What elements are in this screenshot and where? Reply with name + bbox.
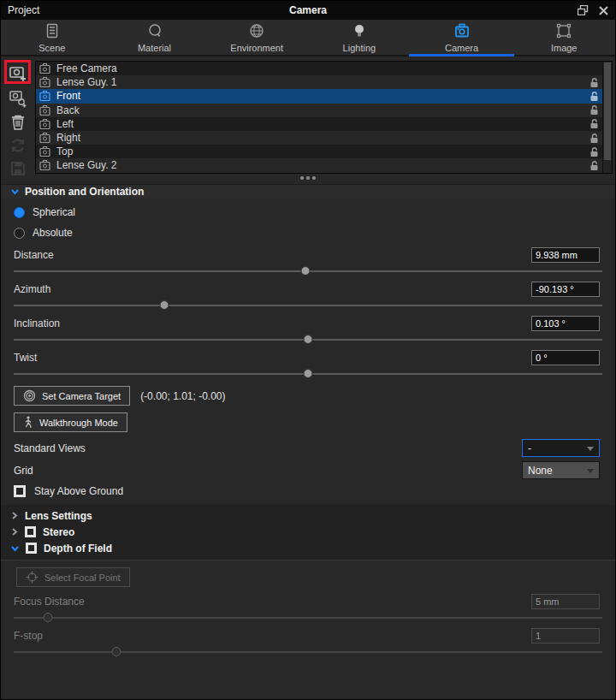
slider-group-focus-distance: Focus Distance 5 mm — [1, 594, 615, 623]
camera-row-front[interactable]: Front — [36, 89, 612, 103]
slider-handle[interactable] — [304, 369, 313, 378]
checkbox-label: Stay Above Ground — [34, 485, 123, 497]
camera-row-lense-guy-1[interactable]: Lense Guy. 1 — [36, 75, 612, 89]
focus-distance-slider[interactable] — [14, 612, 602, 623]
camera-row-back[interactable]: Back — [36, 104, 612, 117]
slider-handle[interactable] — [300, 266, 310, 276]
standard-views-dropdown[interactable]: - — [522, 439, 600, 457]
unlock-icon[interactable] — [589, 91, 599, 102]
unlock-icon[interactable] — [589, 133, 599, 144]
section-stereo[interactable]: Stereo — [1, 524, 615, 540]
tab-camera[interactable]: Camera — [411, 20, 513, 55]
depth-of-field-checkbox[interactable] — [26, 543, 37, 554]
section-position-and-orientation[interactable]: Position and Orientation — [1, 184, 615, 199]
slider-group-inclination: Inclination 0.103 ° — [1, 316, 615, 345]
reset-camera-button[interactable] — [6, 136, 30, 155]
set-camera-target-button[interactable]: Set Camera Target — [14, 386, 130, 406]
azimuth-value-input[interactable]: -90.193 ° — [531, 282, 600, 297]
section-lens-settings[interactable]: Lens Settings — [1, 507, 615, 524]
tab-scene[interactable]: Scene — [1, 20, 104, 55]
slider-group-azimuth: Azimuth -90.193 ° — [1, 282, 615, 311]
camera-name: Right — [56, 132, 80, 144]
tab-environment[interactable]: Environment — [205, 20, 308, 55]
camera-row-right[interactable]: Right — [36, 131, 612, 145]
focal-point-row: Select Focal Point — [16, 567, 615, 587]
list-resize-handle[interactable] — [1, 174, 615, 182]
section-title: Position and Orientation — [25, 186, 144, 198]
focal-point-icon — [26, 571, 38, 584]
slider-group-twist: Twist 0 ° — [1, 350, 615, 379]
slider-handle[interactable] — [111, 647, 121, 656]
stereo-checkbox[interactable] — [25, 526, 36, 537]
standard-views-label: Standard Views — [14, 442, 86, 454]
save-camera-button[interactable] — [6, 159, 30, 178]
unlock-icon[interactable] — [589, 118, 599, 129]
delete-camera-button[interactable] — [6, 113, 30, 132]
float-window-icon[interactable] — [576, 4, 589, 16]
distance-slider[interactable] — [14, 265, 602, 276]
chevron-down-icon — [11, 545, 19, 552]
slider-handle[interactable] — [160, 300, 169, 310]
standard-views-row: Standard Views - — [1, 439, 615, 457]
focus-distance-value-input[interactable]: 5 mm — [531, 594, 600, 609]
collapse-sections: Lens Settings Stereo Depth of Field — [1, 505, 615, 561]
unlock-icon[interactable] — [589, 77, 599, 88]
duplicate-camera-button[interactable] — [6, 88, 30, 109]
inclination-value-input[interactable]: 0.103 ° — [531, 316, 600, 331]
camera-name: Left — [56, 118, 74, 130]
slider-label: Inclination — [14, 317, 60, 329]
f-stop-slider[interactable] — [14, 646, 602, 657]
camera-row-lense-guy-2[interactable]: Lense Guy. 2 — [36, 158, 612, 172]
slider-label: Twist — [14, 352, 37, 364]
camera-item-icon — [39, 160, 50, 170]
tab-lighting[interactable]: Lighting — [308, 20, 411, 55]
scrollbar-thumb[interactable] — [604, 62, 611, 160]
camera-row-left[interactable]: Left — [36, 117, 612, 131]
panel-title: Camera — [1, 4, 615, 16]
add-camera-button[interactable] — [6, 63, 30, 84]
walkthrough-mode-button[interactable]: Walkthrough Mode — [14, 412, 127, 432]
image-icon — [554, 21, 573, 42]
distance-value-input[interactable]: 9.938 mm — [531, 247, 600, 263]
camera-name: Lense Guy. 2 — [56, 159, 117, 171]
slider-handle[interactable] — [304, 335, 313, 344]
unlock-icon[interactable] — [589, 104, 599, 116]
unlock-icon[interactable] — [589, 160, 599, 171]
camera-toolbar — [1, 61, 35, 174]
radio-label: Absolute — [33, 227, 73, 239]
grid-label: Grid — [14, 465, 33, 477]
radio-absolute[interactable]: Absolute — [1, 222, 615, 243]
camera-name: Front — [56, 90, 80, 102]
tab-image[interactable]: Image — [512, 20, 615, 55]
tab-material[interactable]: Material — [104, 20, 206, 55]
close-icon[interactable] — [596, 4, 610, 16]
camera-item-icon — [39, 133, 50, 143]
slider-handle[interactable] — [43, 613, 52, 622]
select-focal-point-button[interactable]: Select Focal Point — [16, 567, 130, 587]
checkbox-unchecked-icon[interactable] — [14, 485, 26, 497]
twist-slider[interactable] — [14, 368, 602, 379]
azimuth-slider[interactable] — [14, 300, 602, 311]
section-depth-of-field[interactable]: Depth of Field — [1, 540, 615, 556]
camera-row-free-camera[interactable]: Free Camera — [36, 62, 612, 75]
walking-person-icon — [23, 416, 33, 429]
list-scrollbar[interactable] — [602, 62, 612, 173]
chevron-down-icon — [587, 469, 594, 473]
radio-spherical[interactable]: Spherical — [1, 202, 615, 222]
unlock-icon[interactable] — [589, 146, 599, 157]
camera-row-top[interactable]: Top — [36, 145, 612, 158]
twist-value-input[interactable]: 0 ° — [531, 350, 600, 365]
button-label: Walkthrough Mode — [39, 418, 118, 428]
stay-above-ground-checkbox-row[interactable]: Stay Above Ground — [1, 485, 615, 497]
window-controls — [576, 4, 610, 16]
material-icon — [145, 21, 164, 42]
button-label: Set Camera Target — [42, 391, 121, 401]
f-stop-value-input[interactable]: 1 — [531, 628, 600, 644]
inclination-slider[interactable] — [14, 334, 602, 345]
slider-group-distance: Distance 9.938 mm — [1, 247, 615, 276]
tab-label: Lighting — [343, 43, 376, 53]
grid-row: Grid None — [1, 461, 615, 479]
radio-off-icon — [14, 228, 25, 239]
grid-dropdown[interactable]: None — [522, 461, 600, 479]
tab-label: Scene — [38, 43, 65, 53]
